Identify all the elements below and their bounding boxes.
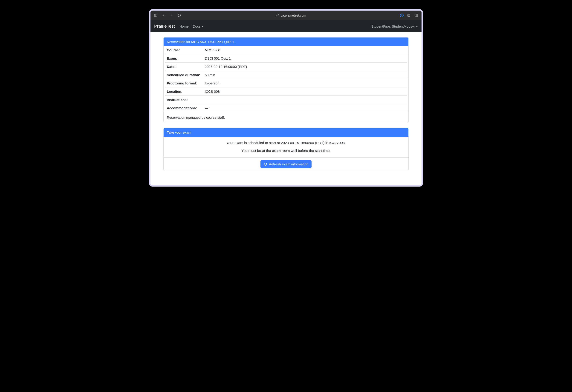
forward-icon bbox=[169, 13, 174, 17]
tabs-icon[interactable] bbox=[414, 13, 418, 17]
row-exam: Exam: DSCI 551 Quiz 1 bbox=[165, 54, 407, 63]
nav-docs[interactable]: Docs bbox=[193, 24, 203, 28]
reservation-footer: Reservation managed by course staff. bbox=[164, 112, 408, 123]
label-instructions: Instructions: bbox=[165, 96, 203, 104]
label-accommodations: Accommodations: bbox=[165, 104, 203, 112]
nav-home[interactable]: Home bbox=[179, 24, 189, 28]
value-date: 2023-09-19 16:00:00 (PDT) bbox=[203, 63, 407, 71]
browser-extensions: i bbox=[400, 13, 418, 17]
value-exam: DSCI 551 Quiz 1 bbox=[203, 54, 407, 63]
row-instructions: Instructions: bbox=[165, 96, 407, 104]
dropdown-caret-icon bbox=[202, 26, 203, 27]
brand-logo[interactable]: PrairieTest bbox=[154, 24, 175, 29]
app-navbar: PrairieTest Home Docs StudentFiras Stude… bbox=[150, 20, 422, 32]
reservation-card: Reservation for MDS 5XX, DSCI 551 Quiz 1… bbox=[163, 37, 409, 123]
take-exam-header: Take your exam bbox=[164, 128, 408, 137]
url-text: ca.prairietest.com bbox=[281, 14, 306, 17]
reservation-table: Course: MDS 5XX Exam: DSCI 551 Quiz 1 Da… bbox=[165, 46, 407, 112]
value-proctoring: In-person bbox=[203, 79, 407, 87]
dropdown-caret-icon bbox=[416, 26, 418, 27]
link-icon bbox=[275, 13, 279, 17]
label-proctoring: Proctoring format: bbox=[165, 79, 203, 87]
exam-schedule-text: Your exam is scheduled to start at 2023-… bbox=[168, 141, 404, 145]
label-exam: Exam: bbox=[165, 54, 203, 63]
take-exam-card: Take your exam Your exam is scheduled to… bbox=[163, 128, 409, 171]
browser-window: ca.prairietest.com i PrairieTest Home Do… bbox=[149, 9, 423, 187]
label-duration: Scheduled duration: bbox=[165, 71, 203, 79]
page-content: Reservation for MDS 5XX, DSCI 551 Quiz 1… bbox=[150, 32, 422, 185]
svg-rect-0 bbox=[154, 14, 157, 17]
row-proctoring: Proctoring format: In-person bbox=[165, 79, 407, 87]
take-exam-actions: Refresh exam information bbox=[164, 157, 408, 171]
refresh-button-label: Refresh exam information bbox=[269, 162, 308, 166]
value-instructions bbox=[203, 96, 407, 104]
back-icon[interactable] bbox=[161, 13, 166, 17]
sidebar-toggle-icon[interactable] bbox=[154, 13, 158, 17]
row-duration: Scheduled duration: 50 min bbox=[165, 71, 407, 79]
reservation-card-header: Reservation for MDS 5XX, DSCI 551 Quiz 1 bbox=[164, 37, 408, 46]
nav-links: Home Docs bbox=[179, 24, 371, 28]
user-name: StudentFiras StudentMoosvi bbox=[371, 24, 415, 28]
refresh-exam-button[interactable]: Refresh exam information bbox=[260, 160, 312, 168]
browser-nav-controls bbox=[154, 13, 181, 17]
svg-rect-2 bbox=[408, 14, 410, 16]
user-menu[interactable]: StudentFiras StudentMoosvi bbox=[371, 24, 418, 28]
extension-icon[interactable]: i bbox=[400, 14, 404, 17]
value-accommodations: — bbox=[203, 104, 407, 112]
row-accommodations: Accommodations: — bbox=[165, 104, 407, 112]
row-location: Location: ICCS 008 bbox=[165, 87, 407, 96]
reader-icon[interactable] bbox=[407, 13, 411, 17]
nav-docs-label: Docs bbox=[193, 24, 201, 28]
browser-toolbar: ca.prairietest.com i bbox=[150, 11, 422, 20]
take-exam-body: Your exam is scheduled to start at 2023-… bbox=[164, 137, 408, 157]
value-duration: 50 min bbox=[203, 71, 407, 79]
reload-icon[interactable] bbox=[177, 13, 181, 17]
row-course: Course: MDS 5XX bbox=[165, 46, 407, 54]
svg-rect-5 bbox=[415, 14, 418, 17]
row-date: Date: 2023-09-19 16:00:00 (PDT) bbox=[165, 63, 407, 71]
exam-arrival-text: You must be at the exam room well before… bbox=[168, 149, 404, 153]
label-course: Course: bbox=[165, 46, 203, 54]
refresh-icon bbox=[264, 162, 267, 166]
value-location: ICCS 008 bbox=[203, 87, 407, 96]
address-bar[interactable]: ca.prairietest.com bbox=[184, 13, 397, 17]
value-course: MDS 5XX bbox=[203, 46, 407, 54]
label-date: Date: bbox=[165, 63, 203, 71]
label-location: Location: bbox=[165, 87, 203, 96]
